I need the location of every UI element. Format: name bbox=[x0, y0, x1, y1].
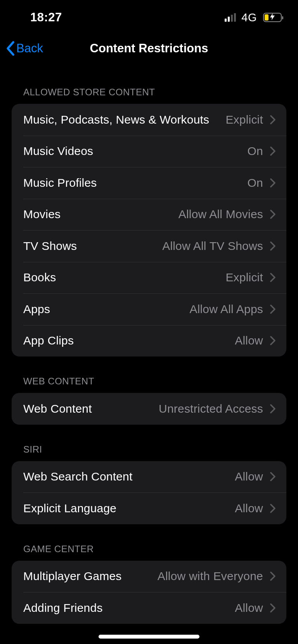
row-label: App Clips bbox=[23, 334, 235, 347]
row-value: Allow All Apps bbox=[189, 303, 263, 316]
row-label: TV Shows bbox=[23, 239, 162, 253]
row-label: Adding Friends bbox=[23, 601, 235, 615]
row-apps[interactable]: Apps Allow All Apps bbox=[12, 293, 286, 325]
chevron-right-icon bbox=[270, 305, 275, 314]
section-header-web-content: Web Content bbox=[12, 376, 286, 393]
chevron-left-icon bbox=[5, 41, 16, 56]
chevron-right-icon bbox=[270, 115, 275, 124]
row-value: Unrestricted Access bbox=[159, 402, 263, 415]
chevron-right-icon bbox=[270, 178, 275, 188]
home-indicator[interactable] bbox=[99, 635, 199, 639]
row-tv-shows[interactable]: TV Shows Allow All TV Shows bbox=[12, 230, 286, 262]
row-value: Allow All Movies bbox=[178, 208, 263, 221]
row-web-content[interactable]: Web Content Unrestricted Access bbox=[12, 393, 286, 425]
row-label: Books bbox=[23, 271, 225, 284]
row-label: Web Search Content bbox=[23, 470, 235, 483]
group-siri: Web Search Content Allow Explicit Langua… bbox=[12, 461, 286, 524]
row-multiplayer-games[interactable]: Multiplayer Games Allow with Everyone bbox=[12, 561, 286, 592]
row-value: Allow bbox=[235, 334, 263, 347]
cellular-signal-icon bbox=[225, 13, 236, 22]
charging-bolt-icon bbox=[264, 13, 281, 22]
row-label: Apps bbox=[23, 303, 189, 316]
row-value: Explicit bbox=[225, 271, 263, 284]
row-value: On bbox=[248, 176, 263, 189]
row-movies[interactable]: Movies Allow All Movies bbox=[12, 199, 286, 231]
row-label: Web Content bbox=[23, 402, 159, 415]
chevron-right-icon bbox=[270, 146, 275, 156]
status-time: 18:27 bbox=[30, 10, 62, 24]
chevron-right-icon bbox=[270, 603, 275, 613]
battery-icon bbox=[263, 13, 282, 22]
row-music-podcasts-news-workouts[interactable]: Music, Podcasts, News & Workouts Explici… bbox=[12, 104, 286, 136]
row-explicit-language[interactable]: Explicit Language Allow bbox=[12, 492, 286, 524]
row-label: Explicit Language bbox=[23, 502, 235, 515]
row-label: Music, Podcasts, News & Workouts bbox=[23, 113, 225, 126]
row-books[interactable]: Books Explicit bbox=[12, 262, 286, 294]
row-value: Explicit bbox=[225, 113, 263, 126]
content: Allowed Store Content Music, Podcasts, N… bbox=[0, 87, 298, 624]
network-type: 4G bbox=[241, 11, 257, 24]
group-web-content: Web Content Unrestricted Access bbox=[12, 393, 286, 425]
section-header-allowed-store-content: Allowed Store Content bbox=[12, 87, 286, 104]
row-label: Music Videos bbox=[23, 145, 248, 158]
row-value: Allow bbox=[235, 470, 263, 483]
row-music-videos[interactable]: Music Videos On bbox=[12, 136, 286, 167]
chevron-right-icon bbox=[270, 404, 275, 413]
section-header-siri: Siri bbox=[12, 444, 286, 461]
chevron-right-icon bbox=[270, 472, 275, 481]
chevron-right-icon bbox=[270, 572, 275, 581]
status-bar: 18:27 4G bbox=[0, 0, 298, 35]
status-right: 4G bbox=[225, 11, 282, 24]
chevron-right-icon bbox=[270, 504, 275, 513]
row-value: Allow bbox=[235, 502, 263, 515]
row-value: Allow with Everyone bbox=[158, 570, 263, 583]
row-music-profiles[interactable]: Music Profiles On bbox=[12, 167, 286, 199]
nav-bar: Back Content Restrictions bbox=[0, 35, 298, 62]
back-label: Back bbox=[16, 41, 43, 55]
row-value: On bbox=[248, 145, 263, 158]
row-web-search-content[interactable]: Web Search Content Allow bbox=[12, 461, 286, 493]
row-label: Multiplayer Games bbox=[23, 570, 158, 583]
row-label: Music Profiles bbox=[23, 176, 248, 189]
page-title: Content Restrictions bbox=[0, 41, 298, 55]
row-app-clips[interactable]: App Clips Allow bbox=[12, 325, 286, 357]
row-value: Allow All TV Shows bbox=[162, 239, 263, 253]
back-button[interactable]: Back bbox=[5, 41, 43, 56]
group-allowed-store-content: Music, Podcasts, News & Workouts Explici… bbox=[12, 104, 286, 356]
section-header-game-center: Game Center bbox=[12, 544, 286, 561]
chevron-right-icon bbox=[270, 336, 275, 345]
chevron-right-icon bbox=[270, 241, 275, 251]
chevron-right-icon bbox=[270, 210, 275, 219]
group-game-center: Multiplayer Games Allow with Everyone Ad… bbox=[12, 561, 286, 624]
chevron-right-icon bbox=[270, 273, 275, 282]
row-adding-friends[interactable]: Adding Friends Allow bbox=[12, 592, 286, 624]
row-value: Allow bbox=[235, 601, 263, 615]
row-label: Movies bbox=[23, 208, 178, 221]
